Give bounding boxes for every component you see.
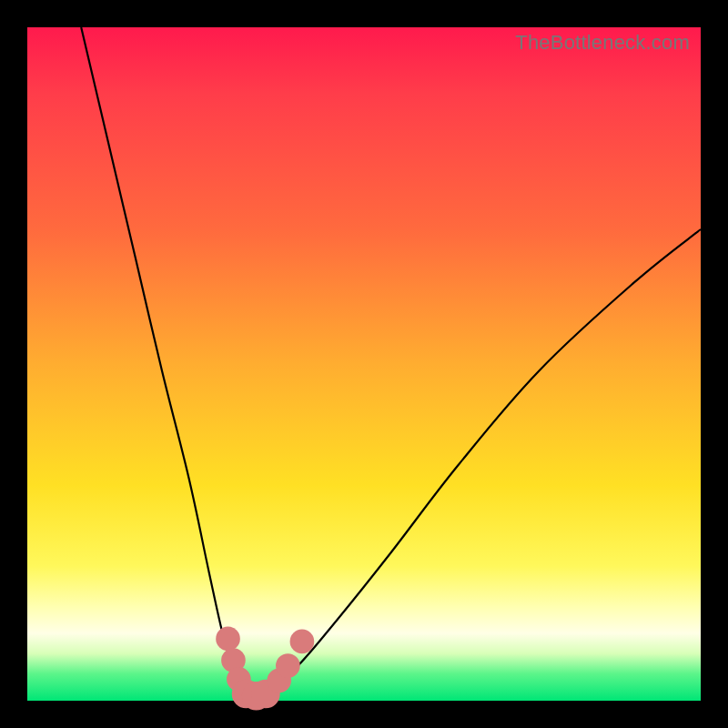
trough-marker [290,630,315,654]
trough-marker [216,627,240,652]
plot-area: TheBottleneck.com [27,27,701,701]
curve-right-branch [249,229,701,701]
trough-markers [216,627,314,711]
chart-frame: TheBottleneck.com [0,0,728,728]
trough-marker [276,653,300,678]
curve-left-branch [81,27,249,701]
curve-svg [27,27,701,701]
